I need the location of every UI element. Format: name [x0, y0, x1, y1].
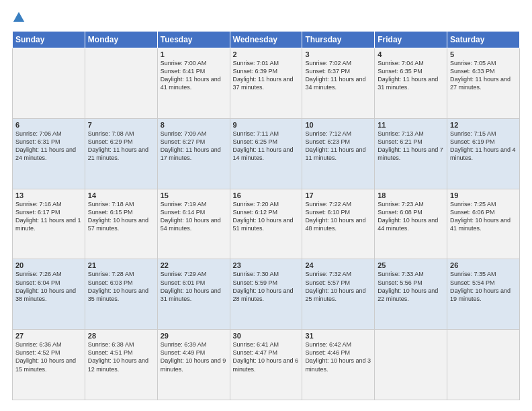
day-number: 8 [161, 121, 227, 129]
day-info: Sunrise: 6:42 AMSunset: 4:46 PMDaylight:… [305, 340, 371, 373]
day-info: Sunrise: 7:19 AMSunset: 6:14 PMDaylight:… [161, 200, 227, 233]
day-cell: 27 Sunrise: 6:36 AMSunset: 4:52 PMDaylig… [13, 330, 85, 400]
week-row-1: 1 Sunrise: 7:00 AMSunset: 6:41 PMDayligh… [13, 48, 520, 119]
day-info: Sunrise: 7:11 AMSunset: 6:25 PMDaylight:… [233, 130, 300, 163]
day-number: 24 [305, 261, 371, 269]
weekday-header-thursday: Thursday [302, 32, 375, 48]
day-cell: 3 Sunrise: 7:02 AMSunset: 6:37 PMDayligh… [302, 48, 375, 119]
day-info: Sunrise: 7:22 AMSunset: 6:10 PMDaylight:… [305, 200, 371, 233]
day-info: Sunrise: 7:01 AMSunset: 6:39 PMDaylight:… [233, 59, 300, 92]
day-cell [13, 48, 85, 119]
day-cell: 29 Sunrise: 6:39 AMSunset: 4:49 PMDaylig… [157, 330, 230, 400]
weekday-header-wednesday: Wednesday [230, 32, 302, 48]
day-number: 31 [305, 332, 371, 340]
svg-marker-0 [13, 12, 25, 22]
day-info: Sunrise: 7:04 AMSunset: 6:35 PMDaylight:… [378, 59, 444, 92]
day-number: 26 [450, 261, 517, 269]
day-number: 9 [233, 121, 300, 129]
day-cell [447, 330, 520, 400]
day-number: 30 [233, 332, 300, 340]
page: SundayMondayTuesdayWednesdayThursdayFrid… [0, 0, 532, 411]
day-cell: 16 Sunrise: 7:20 AMSunset: 6:12 PMDaylig… [230, 189, 302, 259]
day-number: 28 [88, 332, 154, 340]
calendar-table: SundayMondayTuesdayWednesdayThursdayFrid… [12, 31, 520, 400]
day-cell: 10 Sunrise: 7:12 AMSunset: 6:23 PMDaylig… [302, 118, 375, 189]
day-cell [85, 48, 157, 119]
day-number: 1 [161, 50, 227, 58]
day-info: Sunrise: 7:28 AMSunset: 6:03 PMDaylight:… [88, 270, 154, 303]
day-info: Sunrise: 7:18 AMSunset: 6:15 PMDaylight:… [88, 200, 154, 233]
day-number: 7 [88, 121, 154, 129]
header [12, 11, 520, 24]
day-number: 23 [233, 261, 300, 269]
day-info: Sunrise: 7:09 AMSunset: 6:27 PMDaylight:… [161, 130, 227, 163]
day-info: Sunrise: 7:05 AMSunset: 6:33 PMDaylight:… [450, 59, 517, 92]
day-number: 17 [305, 191, 371, 199]
day-cell: 17 Sunrise: 7:22 AMSunset: 6:10 PMDaylig… [302, 189, 375, 259]
day-number: 11 [378, 121, 444, 129]
day-info: Sunrise: 7:06 AMSunset: 6:31 PMDaylight:… [15, 130, 82, 163]
day-cell: 21 Sunrise: 7:28 AMSunset: 6:03 PMDaylig… [85, 259, 157, 330]
day-cell: 19 Sunrise: 7:25 AMSunset: 6:06 PMDaylig… [447, 189, 520, 259]
day-number: 5 [450, 50, 517, 58]
day-info: Sunrise: 6:38 AMSunset: 4:51 PMDaylight:… [88, 340, 154, 373]
day-info: Sunrise: 6:39 AMSunset: 4:49 PMDaylight:… [161, 340, 227, 373]
day-cell: 28 Sunrise: 6:38 AMSunset: 4:51 PMDaylig… [85, 330, 157, 400]
day-cell: 6 Sunrise: 7:06 AMSunset: 6:31 PMDayligh… [13, 118, 85, 189]
weekday-header-sunday: Sunday [13, 32, 85, 48]
day-info: Sunrise: 7:15 AMSunset: 6:19 PMDaylight:… [450, 130, 517, 163]
day-info: Sunrise: 7:23 AMSunset: 6:08 PMDaylight:… [378, 200, 444, 233]
day-info: Sunrise: 7:13 AMSunset: 6:21 PMDaylight:… [378, 130, 444, 163]
day-number: 27 [15, 332, 82, 340]
day-number: 29 [161, 332, 227, 340]
day-cell: 9 Sunrise: 7:11 AMSunset: 6:25 PMDayligh… [230, 118, 302, 189]
day-number: 16 [233, 191, 300, 199]
day-info: Sunrise: 7:26 AMSunset: 6:04 PMDaylight:… [15, 270, 82, 303]
day-info: Sunrise: 7:08 AMSunset: 6:29 PMDaylight:… [88, 130, 154, 163]
day-info: Sunrise: 7:29 AMSunset: 6:01 PMDaylight:… [161, 270, 227, 303]
day-number: 20 [15, 261, 82, 269]
day-number: 12 [450, 121, 517, 129]
day-cell: 15 Sunrise: 7:19 AMSunset: 6:14 PMDaylig… [157, 189, 230, 259]
day-info: Sunrise: 7:35 AMSunset: 5:54 PMDaylight:… [450, 270, 517, 303]
week-row-3: 13 Sunrise: 7:16 AMSunset: 6:17 PMDaylig… [13, 189, 520, 259]
day-info: Sunrise: 7:16 AMSunset: 6:17 PMDaylight:… [15, 200, 82, 233]
week-row-5: 27 Sunrise: 6:36 AMSunset: 4:52 PMDaylig… [13, 330, 520, 400]
day-cell: 30 Sunrise: 6:41 AMSunset: 4:47 PMDaylig… [230, 330, 302, 400]
weekday-header-tuesday: Tuesday [157, 32, 230, 48]
day-number: 6 [15, 121, 82, 129]
weekday-header-monday: Monday [85, 32, 157, 48]
day-info: Sunrise: 7:33 AMSunset: 5:56 PMDaylight:… [378, 270, 444, 303]
week-row-4: 20 Sunrise: 7:26 AMSunset: 6:04 PMDaylig… [13, 259, 520, 330]
day-info: Sunrise: 7:00 AMSunset: 6:41 PMDaylight:… [161, 59, 227, 92]
day-cell: 31 Sunrise: 6:42 AMSunset: 4:46 PMDaylig… [302, 330, 375, 400]
day-info: Sunrise: 6:41 AMSunset: 4:47 PMDaylight:… [233, 340, 300, 373]
day-number: 2 [233, 50, 300, 58]
day-number: 4 [378, 50, 444, 58]
day-cell: 5 Sunrise: 7:05 AMSunset: 6:33 PMDayligh… [447, 48, 520, 119]
day-number: 14 [88, 191, 154, 199]
day-cell: 4 Sunrise: 7:04 AMSunset: 6:35 PMDayligh… [375, 48, 447, 119]
week-row-2: 6 Sunrise: 7:06 AMSunset: 6:31 PMDayligh… [13, 118, 520, 189]
day-cell: 23 Sunrise: 7:30 AMSunset: 5:59 PMDaylig… [230, 259, 302, 330]
day-info: Sunrise: 7:20 AMSunset: 6:12 PMDaylight:… [233, 200, 300, 233]
day-cell: 22 Sunrise: 7:29 AMSunset: 6:01 PMDaylig… [157, 259, 230, 330]
day-number: 22 [161, 261, 227, 269]
weekday-header-friday: Friday [375, 32, 447, 48]
day-number: 3 [305, 50, 371, 58]
day-cell: 14 Sunrise: 7:18 AMSunset: 6:15 PMDaylig… [85, 189, 157, 259]
day-info: Sunrise: 7:30 AMSunset: 5:59 PMDaylight:… [233, 270, 300, 303]
day-cell: 24 Sunrise: 7:32 AMSunset: 5:57 PMDaylig… [302, 259, 375, 330]
day-cell: 7 Sunrise: 7:08 AMSunset: 6:29 PMDayligh… [85, 118, 157, 189]
day-info: Sunrise: 7:12 AMSunset: 6:23 PMDaylight:… [305, 130, 371, 163]
day-cell [375, 330, 447, 400]
weekday-header-saturday: Saturday [447, 32, 520, 48]
day-cell: 18 Sunrise: 7:23 AMSunset: 6:08 PMDaylig… [375, 189, 447, 259]
day-cell: 8 Sunrise: 7:09 AMSunset: 6:27 PMDayligh… [157, 118, 230, 189]
day-info: Sunrise: 7:32 AMSunset: 5:57 PMDaylight:… [305, 270, 371, 303]
logo [12, 11, 27, 24]
day-number: 19 [450, 191, 517, 199]
day-cell: 13 Sunrise: 7:16 AMSunset: 6:17 PMDaylig… [13, 189, 85, 259]
day-cell: 25 Sunrise: 7:33 AMSunset: 5:56 PMDaylig… [375, 259, 447, 330]
day-number: 15 [161, 191, 227, 199]
